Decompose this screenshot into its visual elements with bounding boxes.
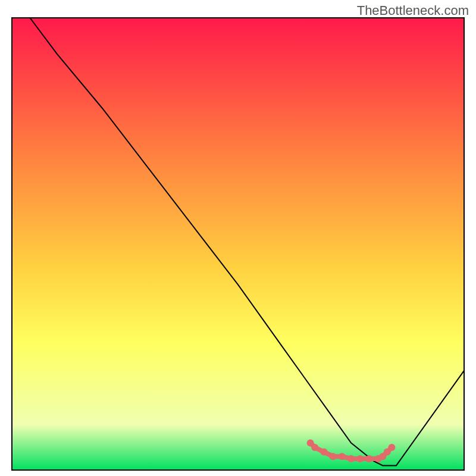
optimal-zone-dot: [311, 444, 318, 451]
optimal-zone-dot: [365, 455, 372, 462]
plot-background: [12, 18, 464, 470]
optimal-zone-dot: [356, 455, 364, 462]
optimal-zone-dot: [330, 453, 337, 460]
bottleneck-chart: [0, 0, 476, 476]
optimal-zone-dot: [347, 455, 355, 462]
optimal-zone-dot: [339, 453, 346, 460]
optimal-zone-dot: [320, 449, 327, 456]
chart-container: TheBottleneck.com: [0, 0, 476, 476]
optimal-zone-dot: [388, 444, 395, 451]
watermark-label: TheBottleneck.com: [357, 3, 469, 18]
